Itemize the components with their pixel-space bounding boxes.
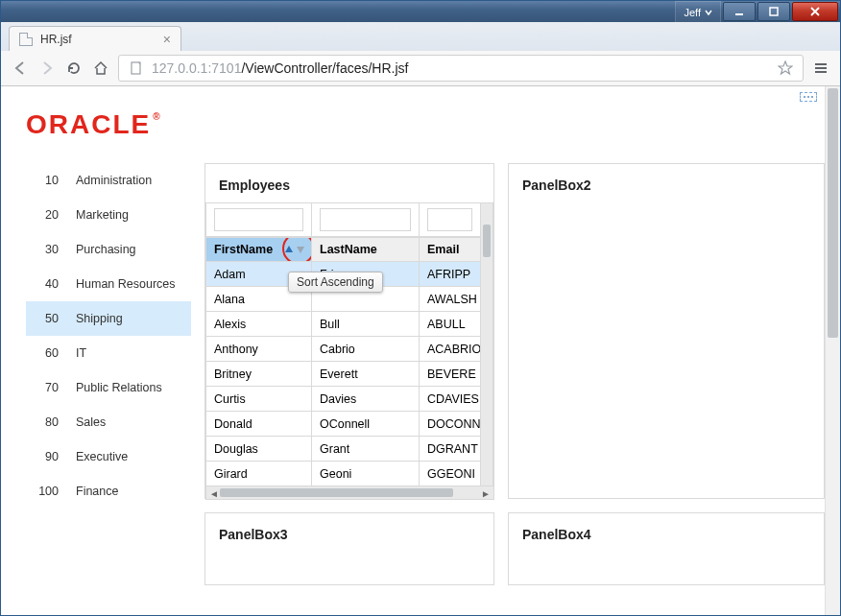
- filter-email-input[interactable]: [427, 208, 472, 231]
- table-header-row: FirstName LastName E: [205, 237, 481, 262]
- sidebar-item-index: 40: [37, 277, 59, 291]
- sidebar-item-label: Human Resources: [76, 277, 176, 291]
- sidebar-item-purchasing[interactable]: 30Purchasing: [26, 232, 191, 267]
- window-maximize-button[interactable]: [757, 2, 790, 21]
- tab-close-icon[interactable]: ×: [163, 33, 171, 46]
- sidebar-item-index: 70: [37, 381, 59, 394]
- cell-email: GGEONI: [420, 462, 481, 486]
- cell-email: ACABRIO: [420, 337, 481, 362]
- url-text: 127.0.0.1:7101/ViewController/faces/HR.j…: [152, 60, 770, 76]
- cell-email: AWALSH: [420, 287, 481, 312]
- cell-first: Girard: [205, 462, 312, 486]
- sidebar-item-public-relations[interactable]: 70Public Relations: [26, 370, 191, 405]
- overflow-indicator[interactable]: [800, 92, 817, 102]
- filter-lastname-input[interactable]: [320, 208, 411, 231]
- cell-email: ABULL: [420, 312, 481, 337]
- browser-tab[interactable]: HR.jsf ×: [9, 26, 181, 51]
- panel-box-4: PanelBox4: [508, 512, 825, 585]
- svg-rect-0: [735, 13, 743, 15]
- sidebar-item-it[interactable]: 60IT: [26, 336, 191, 370]
- cell-last: Everett: [312, 362, 420, 387]
- table-row[interactable]: BritneyEverettBEVERE: [205, 362, 481, 387]
- chevron-down-icon: [705, 9, 712, 16]
- sidebar-item-label: IT: [76, 346, 86, 360]
- table-row[interactable]: GirardGeoniGGEONI: [205, 462, 481, 486]
- filter-firstname-input[interactable]: [214, 208, 303, 231]
- window-user-label: Jeff: [684, 7, 701, 18]
- sidebar-item-index: 30: [37, 243, 59, 256]
- chrome-menu-button[interactable]: [811, 59, 830, 78]
- cell-first: Curtis: [205, 387, 312, 412]
- sidebar-item-finance[interactable]: 100Finance: [26, 474, 191, 509]
- sort-tooltip: Sort Ascending: [288, 272, 383, 293]
- sidebar-item-label: Marketing: [76, 208, 129, 222]
- sidebar-item-label: Purchasing: [76, 243, 136, 256]
- sidebar-item-human-resources[interactable]: 40Human Resources: [26, 267, 191, 301]
- nav-home-button[interactable]: [91, 59, 110, 78]
- sidebar-item-label: Administration: [76, 174, 152, 187]
- table-vertical-scrollbar[interactable]: [481, 202, 493, 486]
- cell-first: Donald: [205, 412, 312, 437]
- sidebar-item-marketing[interactable]: 20Marketing: [26, 198, 191, 232]
- cell-email: AFRIPP: [420, 262, 481, 287]
- cell-first: Douglas: [205, 437, 312, 462]
- sidebar-item-index: 100: [37, 485, 59, 498]
- table-horizontal-scrollbar[interactable]: ◄ ►: [205, 486, 494, 500]
- table-row[interactable]: AnthonyCabrioACABRIO: [205, 337, 481, 362]
- sidebar-item-label: Shipping: [76, 312, 123, 325]
- cell-first: Britney: [205, 362, 312, 387]
- sidebar-item-index: 50: [37, 312, 59, 325]
- cell-first: Anthony: [205, 337, 312, 362]
- cell-email: DOCONN: [420, 412, 481, 437]
- bookmark-star-icon[interactable]: [776, 59, 795, 78]
- sidebar-item-label: Finance: [76, 485, 118, 498]
- window-user-badge[interactable]: Jeff: [675, 1, 721, 22]
- table-row[interactable]: AlexisBullABULL: [205, 312, 481, 337]
- address-bar[interactable]: 127.0.0.1:7101/ViewController/faces/HR.j…: [118, 55, 804, 82]
- tab-strip: HR.jsf ×: [1, 22, 840, 51]
- cell-last: Grant: [312, 437, 420, 462]
- sidebar-item-index: 90: [37, 450, 59, 463]
- sort-ascending-icon[interactable]: [284, 245, 294, 254]
- nav-reload-button[interactable]: [64, 59, 84, 78]
- sort-descending-icon[interactable]: [296, 245, 305, 254]
- table-filter-row: [205, 202, 481, 237]
- oracle-logo: ORACLE: [26, 109, 825, 140]
- cell-last: Cabrio: [312, 337, 420, 362]
- panel-employees: Employees: [204, 163, 494, 499]
- cell-last: OConnell: [312, 412, 420, 437]
- nav-back-button[interactable]: [11, 59, 30, 78]
- cell-last: Davies: [312, 387, 420, 412]
- svg-rect-5: [815, 71, 827, 73]
- window-titlebar: Jeff: [1, 1, 840, 22]
- cell-email: CDAVIES: [420, 387, 481, 412]
- sidebar-item-executive[interactable]: 90Executive: [26, 439, 191, 474]
- tab-title: HR.jsf: [40, 33, 72, 46]
- sidebar-item-administration[interactable]: 10Administration: [26, 163, 191, 198]
- svg-rect-1: [770, 8, 778, 15]
- nav-forward-button[interactable]: [37, 59, 57, 78]
- sidebar-item-shipping[interactable]: 50Shipping: [26, 301, 191, 336]
- cell-first: Alexis: [205, 312, 312, 337]
- browser-toolbar: 127.0.0.1:7101/ViewController/faces/HR.j…: [1, 51, 840, 85]
- page-vertical-scrollbar[interactable]: [825, 86, 840, 615]
- window-minimize-button[interactable]: [723, 2, 756, 21]
- site-info-icon[interactable]: [127, 59, 146, 78]
- browser-chrome: HR.jsf × 127.0.0.1:7101/View: [1, 22, 840, 86]
- sidebar-item-label: Executive: [76, 450, 128, 463]
- document-icon: [19, 33, 33, 46]
- panel-employees-title: Employees: [205, 164, 493, 202]
- panel-box-2-title: PanelBox2: [509, 164, 824, 202]
- table-row[interactable]: DouglasGrantDGRANT: [205, 437, 481, 462]
- sidebar-item-sales[interactable]: 80Sales: [26, 405, 191, 439]
- panel-box-3-title: PanelBox3: [205, 513, 493, 552]
- table-row[interactable]: DonaldOConnellDOCONN: [205, 412, 481, 437]
- department-sidebar: 10Administration20Marketing30Purchasing4…: [26, 163, 191, 585]
- window-close-button[interactable]: [792, 2, 838, 21]
- column-header-email[interactable]: Email: [420, 237, 481, 262]
- column-header-lastname[interactable]: LastName: [312, 237, 420, 262]
- column-header-firstname[interactable]: FirstName: [205, 237, 312, 262]
- sidebar-item-index: 80: [37, 415, 59, 429]
- table-row[interactable]: CurtisDaviesCDAVIES: [205, 387, 481, 412]
- cell-last: Bull: [312, 312, 420, 337]
